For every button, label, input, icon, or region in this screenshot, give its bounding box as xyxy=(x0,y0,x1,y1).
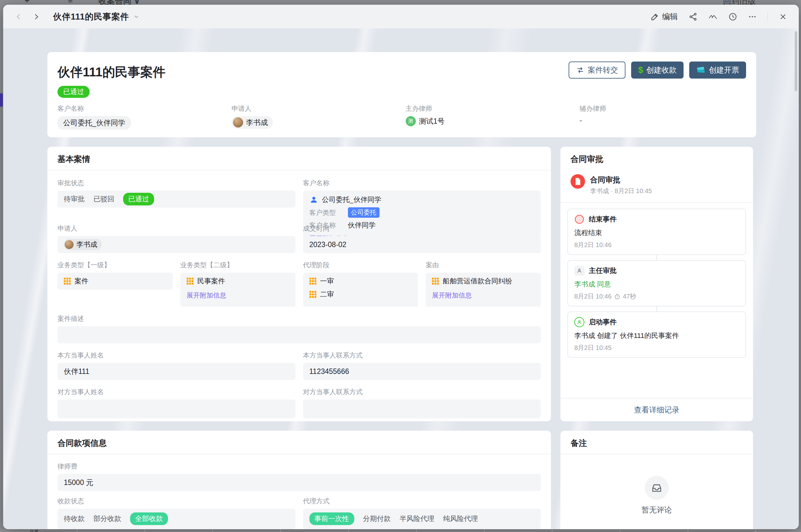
receipt-option-selected: 全部收款 xyxy=(130,512,168,525)
bg-menu-glyph: ≡ xyxy=(68,0,73,5)
empty-inbox-icon xyxy=(645,476,669,500)
create-invoice-button[interactable]: 创建开票 xyxy=(689,61,746,79)
agency-option-selected: 事前一次性 xyxy=(310,512,354,525)
lead-lawyer-avatar: 测 xyxy=(406,116,416,126)
titlebar-divider xyxy=(767,12,768,21)
receipt-option: 待收款 xyxy=(64,514,85,524)
approval-record-item[interactable]: 合同审批 李书成 · 8月2日 10:45 xyxy=(560,170,753,203)
field-biz-level2: 业务类型【二级】 民事案件 展开附加信息 xyxy=(180,261,296,307)
grid-orange-icon xyxy=(432,278,439,285)
approval-doc-icon xyxy=(571,174,585,189)
approval-panel-title: 合同审批 xyxy=(560,147,753,170)
field-cause: 案由 船舶营运借款合同纠纷 展开附加信息 xyxy=(426,261,541,307)
title-chevron-down-icon[interactable] xyxy=(133,13,140,20)
applicant-avatar xyxy=(233,117,243,128)
status-badge: 已通过 xyxy=(57,86,90,98)
notes-card: 备注 暂无评论 xyxy=(560,431,753,529)
basic-case-title: 基本案情 xyxy=(48,147,551,170)
stopwatch-icon xyxy=(614,293,620,300)
field-applicant: 申请人 李书成 xyxy=(231,104,398,130)
bg-add-tab: + xyxy=(25,0,30,5)
empty-comments-text: 暂无评论 xyxy=(641,505,672,515)
more-icon[interactable] xyxy=(748,12,757,21)
bg-back-to-old: 回到旧版 xyxy=(723,0,756,5)
expand-extra-info-link[interactable]: 展开附加信息 xyxy=(187,291,226,300)
applicant-avatar xyxy=(65,240,74,249)
timeline-connector xyxy=(656,255,657,260)
grid-orange-icon xyxy=(64,278,71,285)
dialog-titlebar: 伙伴111的民事案件 编辑 xyxy=(3,5,799,28)
invoice-tickets-icon xyxy=(696,66,706,74)
field-lead-lawyer: 主办律师 测 测试1号 xyxy=(406,104,572,130)
field-lawyer-fee: 律师费 15000 元 xyxy=(57,462,541,491)
grid-orange-icon xyxy=(187,278,193,285)
field-deal-date: 成交时间 2023-08-02 xyxy=(303,224,541,253)
applicant-chip[interactable]: 李书成 xyxy=(231,116,273,129)
field-assist-lawyer: 辅办律师 - xyxy=(580,104,746,130)
status-option: 已驳回 xyxy=(93,194,114,204)
person-blue-icon xyxy=(310,195,318,204)
edit-button[interactable]: 编辑 xyxy=(651,11,678,22)
history-clock-icon[interactable] xyxy=(728,12,737,21)
payment-info-card: 合同款项信息 律师费 15000 元 收款状态 待收款 xyxy=(48,431,551,529)
notes-title: 备注 xyxy=(560,431,753,454)
field-agency-stage: 代理阶段 一审 二审 xyxy=(303,261,418,307)
double-chevron-icon[interactable] xyxy=(708,12,718,21)
agency-option: 纯风险代理 xyxy=(443,514,478,524)
dollar-icon: $ xyxy=(638,65,643,75)
transfer-case-button[interactable]: 案件转交 xyxy=(569,61,626,79)
customer-link-row[interactable]: 公司委托_伙伴同学 xyxy=(310,195,535,205)
background-accent-bar xyxy=(0,93,3,107)
payment-info-title: 合同款项信息 xyxy=(48,431,551,454)
end-event-icon xyxy=(575,215,584,224)
start-event-person-icon xyxy=(574,317,584,327)
basic-case-card: 基本案情 审批状态 待审批 已驳回 已通过 xyxy=(48,147,551,421)
field-approval-status: 审批状态 待审批 已驳回 已通过 xyxy=(57,178,296,208)
close-icon[interactable] xyxy=(779,12,787,21)
grid-orange-icon xyxy=(310,291,316,298)
timeline-director-approval: 主任审批 李书成 同意 8月2日 10:46 47秒 xyxy=(567,260,746,306)
dialog-title: 伙伴111的民事案件 xyxy=(53,11,129,22)
timeline-start-event: 启动事件 李书成 创建了 伙伴111的民事案件 8月2日 10:45 xyxy=(567,311,746,358)
field-receipt-status: 收款状态 待收款 部分收款 全部收款 xyxy=(57,497,296,529)
agency-option: 半风险代理 xyxy=(400,514,434,524)
contract-approval-card: 合同审批 合同审批 李书成 · 8月2日 10:45 xyxy=(560,147,753,421)
expand-extra-info-link[interactable]: 展开附加信息 xyxy=(432,291,472,300)
director-person-icon xyxy=(574,266,584,276)
dialog-content: 伙伴111的民事案件 已通过 案件转交 $ 创建收款 创建开票 xyxy=(3,28,799,529)
case-header-card: 伙伴111的民事案件 已通过 案件转交 $ 创建收款 创建开票 xyxy=(48,52,756,137)
background-app-bottom-strip xyxy=(0,529,801,532)
create-receipt-button[interactable]: $ 创建收款 xyxy=(631,61,684,79)
background-app-top-strip: + ≡ 收案合同 ∨ 回到旧版 xyxy=(0,0,801,5)
bg-doc-tab: 收案合同 ∨ xyxy=(98,0,140,5)
back-icon[interactable] xyxy=(15,13,23,21)
customer-chip[interactable]: 公司委托_伙伴同学 xyxy=(57,116,131,130)
screen: + ≡ 收案合同 ∨ 回到旧版 0条 伙伴111的民事案件 xyxy=(0,0,801,532)
field-customer: 客户名称 公司委托_伙伴同学 xyxy=(57,104,224,130)
field-party-contact: 本方当事人联系方式 1123455666 xyxy=(303,351,541,380)
field-applicant-detail: 申请人 李书成 xyxy=(57,224,296,253)
timeline-end-event: 结束事件 流程结束 8月2日 10:46 xyxy=(567,209,746,255)
status-option: 待审批 xyxy=(64,194,85,204)
case-detail-dialog: 伙伴111的民事案件 编辑 xyxy=(3,5,799,529)
field-opponent-contact: 对方当事人联系方式 xyxy=(303,387,541,418)
timeline-connector xyxy=(656,306,657,311)
field-agency-mode: 代理方式 事前一次性 分期付款 半风险代理 纯风险代理 xyxy=(303,497,541,529)
field-description: 案件描述 xyxy=(57,314,541,343)
share-icon[interactable] xyxy=(689,12,697,21)
vertical-scrollbar[interactable] xyxy=(795,31,797,91)
customer-type-tag: 公司委托 xyxy=(348,207,379,218)
receipt-option: 部分收款 xyxy=(93,514,121,524)
applicant-chip: 李书成 xyxy=(64,239,102,250)
field-opponent-name: 对方当事人姓名 xyxy=(57,387,296,418)
field-party-name: 本方当事人姓名 伙伴111 xyxy=(57,351,296,380)
view-detail-record-link[interactable]: 查看详细记录 xyxy=(560,398,753,421)
status-option-selected: 已通过 xyxy=(123,193,154,205)
agency-option: 分期付款 xyxy=(363,514,391,524)
field-biz-level1: 业务类型【一级】 案件 xyxy=(57,261,173,290)
forward-icon[interactable] xyxy=(32,13,40,21)
transfer-icon xyxy=(576,66,584,74)
grid-orange-icon xyxy=(310,278,316,285)
